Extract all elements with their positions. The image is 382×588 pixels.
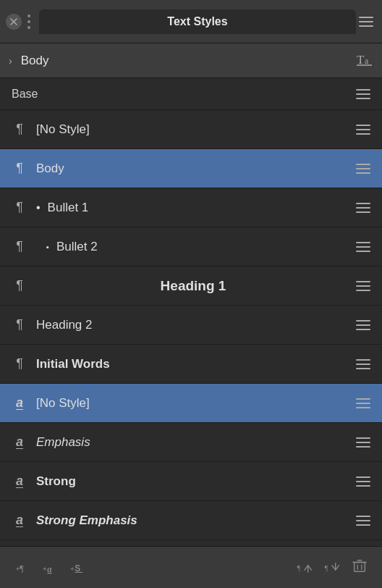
paragraph-icon: ¶ — [12, 356, 27, 371]
row-menu-lines — [356, 164, 370, 174]
character-icon: a — [12, 474, 27, 489]
close-button[interactable] — [6, 14, 22, 30]
add-style-button[interactable]: + S — [69, 560, 85, 576]
breadcrumb-row: › Body T a — [0, 43, 382, 78]
style-row-emphasis[interactable]: a Emphasis — [0, 423, 382, 462]
bullet-indicator: • — [36, 201, 41, 214]
character-icon: a — [12, 434, 27, 450]
style-row-name: Heading 2 — [36, 318, 350, 332]
row-menu-lines — [356, 203, 370, 213]
text-format-icon[interactable]: T a — [355, 49, 373, 72]
style-row-initial-words[interactable]: ¶ Initial Words — [0, 345, 382, 384]
style-row-name: Body — [36, 161, 350, 176]
breadcrumb-chevron-icon[interactable]: › — [9, 55, 12, 67]
panel-handle[interactable] — [27, 14, 30, 29]
style-row-heading2[interactable]: ¶ Heading 2 — [0, 306, 382, 345]
row-menu-lines — [356, 125, 370, 135]
row-menu-lines — [356, 242, 370, 252]
delete-button[interactable] — [352, 558, 368, 577]
section-heading-base: Base — [0, 78, 382, 110]
row-menu-lines — [356, 516, 370, 526]
row-menu-icon[interactable] — [350, 359, 370, 369]
paragraph-icon: ¶ — [12, 317, 27, 332]
style-row-name: Bullet 2 — [56, 240, 350, 254]
row-menu-icon[interactable] — [350, 516, 370, 526]
svg-text:a: a — [47, 563, 52, 574]
breadcrumb-label: Body — [21, 54, 355, 68]
row-menu-lines — [356, 359, 370, 369]
style-row-heading1[interactable]: ¶ Heading 1 — [0, 266, 382, 306]
row-menu-icon[interactable] — [350, 476, 370, 487]
section-menu-icon[interactable] — [356, 89, 370, 99]
section-heading-label-base: Base — [12, 88, 356, 101]
row-menu-lines — [356, 476, 370, 487]
row-menu-icon[interactable] — [350, 125, 370, 135]
svg-text:¶: ¶ — [20, 563, 24, 573]
style-row-no-style-char[interactable]: a [No Style] — [0, 384, 382, 423]
character-icon: a — [12, 395, 27, 411]
move-up-button[interactable]: ¶ — [297, 560, 313, 576]
svg-text:S: S — [75, 563, 80, 573]
svg-text:+: + — [70, 564, 75, 572]
style-row-strong-emphasis[interactable]: a Strong Emphasis — [0, 501, 382, 540]
panel-title: Text Styles — [39, 9, 356, 34]
row-menu-lines — [356, 320, 370, 330]
row-menu-icon[interactable] — [350, 164, 370, 174]
row-menu-lines — [356, 437, 370, 448]
svg-text:a: a — [365, 56, 369, 66]
bullet-indicator-small: ▪ — [46, 243, 49, 251]
style-row-no-style-para[interactable]: ¶ [No Style] — [0, 110, 382, 149]
style-row-name: [No Style] — [36, 396, 350, 411]
header: Text Styles — [0, 0, 382, 43]
row-menu-icon[interactable] — [350, 398, 370, 408]
row-menu-icon[interactable] — [350, 281, 370, 291]
paragraph-icon: ¶ — [12, 200, 27, 215]
bottom-toolbar: + ¶ + a + S ¶ — [0, 546, 382, 588]
paragraph-icon: ¶ — [12, 239, 27, 254]
toolbar-left: + ¶ + a + S — [14, 560, 85, 576]
row-menu-lines — [356, 398, 370, 408]
menu-icon-small — [356, 89, 370, 99]
style-row-name: Strong — [36, 474, 350, 489]
row-menu-icon[interactable] — [350, 242, 370, 252]
style-row-name: Initial Words — [36, 357, 350, 371]
svg-text:¶: ¶ — [297, 564, 301, 571]
style-row-body[interactable]: ¶ Body — [0, 149, 382, 188]
style-row-name: [No Style] — [36, 122, 350, 137]
style-row-name: Emphasis — [36, 435, 350, 450]
row-menu-lines — [356, 281, 370, 291]
add-character-style-button[interactable]: + a — [42, 560, 58, 576]
style-row-name: Heading 1 — [36, 278, 350, 294]
character-icon: a — [12, 513, 27, 528]
paragraph-icon: ¶ — [12, 161, 27, 176]
menu-icon — [359, 17, 373, 27]
style-row-name: Strong Emphasis — [36, 513, 350, 528]
style-row-name: Bullet 1 — [48, 201, 350, 215]
paragraph-icon: ¶ — [12, 122, 27, 137]
style-row-strong[interactable]: a Strong — [0, 462, 382, 501]
style-row-bullet1[interactable]: ¶ • Bullet 1 — [0, 188, 382, 227]
header-menu-button[interactable] — [356, 14, 376, 30]
row-menu-icon[interactable] — [350, 203, 370, 213]
svg-text:+: + — [43, 564, 47, 572]
row-menu-icon[interactable] — [350, 437, 370, 448]
row-menu-icon[interactable] — [350, 320, 370, 330]
svg-text:T: T — [357, 53, 365, 67]
svg-text:¶: ¶ — [325, 564, 328, 571]
move-down-button[interactable]: ¶ — [324, 560, 340, 576]
svg-rect-16 — [355, 562, 365, 571]
paragraph-icon: ¶ — [12, 278, 27, 293]
style-row-bullet2[interactable]: ¶ ▪ Bullet 2 — [0, 227, 382, 266]
toolbar-right: ¶ ¶ — [297, 558, 368, 577]
add-paragraph-style-button[interactable]: + ¶ — [14, 560, 30, 576]
